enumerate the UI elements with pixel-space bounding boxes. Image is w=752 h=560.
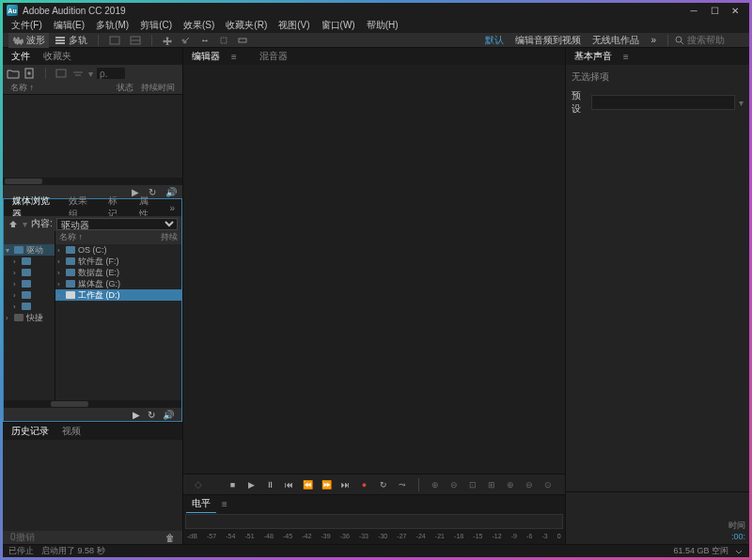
zoom-reset-icon[interactable]: ⊙	[541, 478, 555, 491]
tool-slip[interactable]: ↔	[196, 34, 213, 46]
tab-levels[interactable]: 电平	[186, 495, 216, 513]
go-end-button[interactable]: ⏭	[339, 478, 352, 491]
tool-time-select[interactable]	[215, 35, 232, 46]
undo-count: 0撤销	[10, 531, 35, 544]
workspace-radio[interactable]: 无线电作品	[588, 34, 644, 47]
files-search-input[interactable]	[97, 68, 125, 79]
transport-bar: ◇ ■ ▶ ⏸ ⏮ ⏪ ⏩ ⏭ ● ↻ ⤳ ⊕ ⊖ ⊡ ⊞ ⊕	[183, 474, 565, 494]
filter-icon[interactable]	[71, 68, 85, 79]
tool-move[interactable]	[159, 35, 176, 46]
workspace-edit-audio[interactable]: 编辑音频到视频	[510, 34, 586, 47]
tree-drive-item[interactable]: ›	[4, 301, 55, 312]
menu-favorites[interactable]: 收藏夹(R)	[221, 19, 272, 32]
close-button[interactable]: ✕	[725, 6, 745, 16]
menu-effects[interactable]: 效果(S)	[179, 19, 219, 32]
menu-window[interactable]: 窗口(W)	[317, 19, 360, 32]
levels-menu-icon[interactable]: ≡	[218, 499, 231, 509]
list-row[interactable]: ›数据盘 (E:)	[55, 267, 181, 278]
menu-multitrack[interactable]: 多轨(M)	[91, 19, 133, 32]
up-folder-icon[interactable]	[8, 219, 19, 228]
zoom-out-icon[interactable]: ⊖	[447, 478, 461, 491]
rewind-button[interactable]: ⏪	[302, 478, 315, 491]
tab-video[interactable]: 视频	[56, 423, 86, 440]
tree-drive-item[interactable]: ›	[4, 267, 55, 278]
workspace-more[interactable]: »	[646, 35, 661, 45]
tree-drive-item[interactable]: ›	[4, 289, 55, 301]
menu-edit[interactable]: 编辑(E)	[49, 19, 89, 32]
col-name[interactable]: 名称 ↑	[59, 231, 161, 244]
zoom-full-icon[interactable]: ⊡	[466, 478, 479, 491]
list-row[interactable]: ›软件盘 (F:)	[55, 256, 181, 267]
waveform-mode-button[interactable]: 波形	[8, 33, 49, 48]
menu-view[interactable]: 视图(V)	[274, 19, 314, 32]
tab-history[interactable]: 历史记录	[6, 423, 55, 441]
trash-icon[interactable]: 🗑	[165, 533, 175, 542]
search-help-input[interactable]	[687, 35, 744, 45]
open-file-icon[interactable]	[7, 68, 20, 79]
list-row[interactable]: ›媒体盘 (G:)	[55, 278, 181, 289]
tool-razor[interactable]	[178, 35, 195, 46]
minimize-button[interactable]: ─	[683, 6, 704, 16]
panel-overflow-button[interactable]: »	[165, 203, 179, 213]
pause-button[interactable]: ⏸	[264, 478, 277, 491]
preset-menu-icon[interactable]: ▾	[739, 98, 744, 108]
forward-button[interactable]: ⏩	[321, 478, 334, 491]
video-duration-label: 时间	[728, 520, 745, 532]
tab-files[interactable]: 文件	[6, 48, 36, 66]
esound-menu-icon[interactable]: ≡	[619, 52, 633, 62]
multitrack-icon	[55, 36, 66, 45]
tree-shortcuts[interactable]: ›快捷	[4, 312, 55, 323]
loop-button[interactable]: ↻	[377, 478, 390, 491]
loop-button[interactable]: ↻	[148, 410, 155, 420]
maximize-button[interactable]: ☐	[704, 6, 725, 16]
go-start-button[interactable]: ⏮	[283, 478, 296, 491]
media-tree[interactable]: ▾驱动 › › › › › ›快捷	[4, 231, 55, 400]
autoplay-button[interactable]: 🔊	[163, 410, 174, 420]
media-list[interactable]: 名称 ↑持续 ›OS (C:) ›软件盘 (F:) ›数据盘 (E:) ›媒体盘…	[55, 231, 181, 400]
tab-editor[interactable]: 编辑器	[186, 48, 226, 66]
preset-dropdown[interactable]	[591, 95, 735, 110]
editor-menu-icon[interactable]: ≡	[227, 52, 241, 62]
play-button[interactable]: ▶	[245, 478, 258, 491]
tool-hud[interactable]	[105, 35, 124, 46]
skip-selection-button[interactable]: ⤳	[396, 478, 409, 491]
list-row[interactable]: ›工作盘 (D:)	[55, 289, 181, 301]
tool-marquee[interactable]	[234, 35, 251, 46]
zoom-in-icon[interactable]: ⊕	[429, 478, 442, 491]
tree-drive-item[interactable]: ›	[4, 256, 55, 267]
zoom-in-v-icon[interactable]: ⊕	[504, 478, 517, 491]
list-row[interactable]: ›OS (C:)	[55, 244, 181, 256]
col-dur[interactable]: 持续	[161, 231, 178, 244]
tree-drives[interactable]: ▾驱动	[4, 244, 55, 256]
media-scrollbar[interactable]	[4, 400, 181, 408]
tool-spectral[interactable]	[126, 35, 145, 46]
import-icon[interactable]	[55, 68, 68, 79]
editor-canvas[interactable]	[183, 65, 565, 474]
tab-essential-sound[interactable]: 基本声音	[569, 48, 618, 66]
zoom-sel-icon[interactable]: ⊞	[485, 478, 498, 491]
content-dropdown[interactable]: 驱动器	[56, 218, 178, 230]
tree-drive-item[interactable]: ›	[4, 278, 55, 289]
tab-mixer[interactable]: 混音器	[254, 48, 293, 65]
menu-file[interactable]: 文件(F)	[7, 19, 47, 32]
menu-help[interactable]: 帮助(H)	[362, 19, 403, 32]
svg-rect-0	[55, 37, 65, 39]
stop-button[interactable]: ■	[227, 478, 240, 491]
status-timer: 启动用了 9.58 秒	[41, 545, 105, 557]
zoom-out-v-icon[interactable]: ⊖	[523, 478, 536, 491]
col-status[interactable]: 状态	[113, 82, 137, 94]
files-list[interactable]	[3, 95, 182, 178]
col-name[interactable]: 名称 ↑	[7, 82, 113, 94]
play-button[interactable]: ▶	[133, 410, 140, 420]
menu-clip[interactable]: 剪辑(C)	[135, 19, 177, 32]
history-list[interactable]	[3, 440, 182, 531]
new-file-icon[interactable]	[24, 68, 37, 79]
record-button[interactable]: ●	[358, 478, 371, 491]
dropdown-icon[interactable]	[734, 547, 744, 556]
col-duration[interactable]: 持续时间	[137, 82, 179, 94]
multitrack-mode-button[interactable]: 多轨	[51, 33, 91, 48]
workspace-default[interactable]: 默认	[480, 34, 509, 47]
files-scrollbar[interactable]	[3, 178, 182, 185]
autoplay-button[interactable]: 🔊	[165, 187, 175, 196]
tab-favorites[interactable]: 收藏夹	[38, 48, 77, 65]
